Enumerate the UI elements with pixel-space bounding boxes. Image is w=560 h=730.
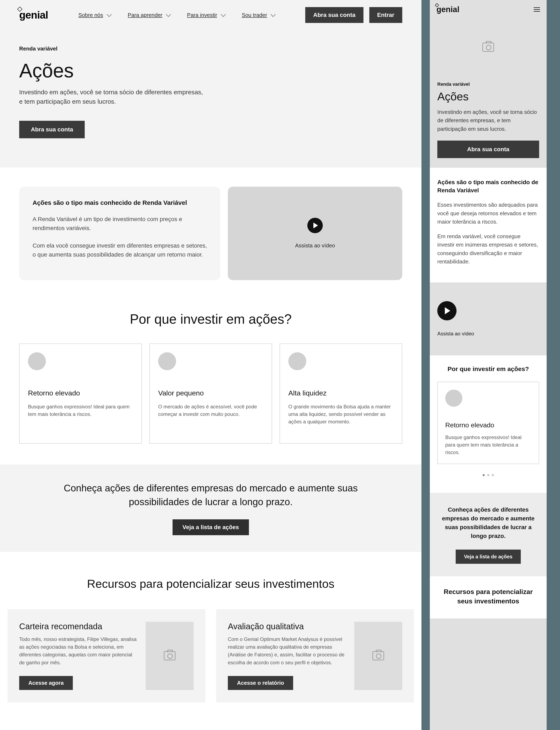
mobile-video-card[interactable]: Assista ao vídeo <box>430 283 547 356</box>
mobile-why: Por que investir em ações? Retorno eleva… <box>430 356 547 493</box>
chevron-down-icon <box>166 12 171 17</box>
mobile-resources: Recursos para potencializar seus investi… <box>430 576 547 618</box>
intro-p2: Em renda variável, você consegue investi… <box>437 232 539 266</box>
resource-image-placeholder <box>354 622 402 690</box>
chevron-down-icon <box>270 12 276 17</box>
hamburger-icon[interactable] <box>534 7 540 12</box>
open-account-button[interactable]: Abra sua conta <box>305 7 363 23</box>
resources-title: Recursos para potencializar seus investi… <box>437 587 539 606</box>
video-card[interactable]: Assista ao vídeo <box>228 187 402 280</box>
hero-cta-button[interactable]: Abra sua conta <box>437 141 539 158</box>
nav-label: Sobre nós <box>78 12 103 18</box>
intro-heading: Ações são o tipo mais conhecido de Renda… <box>33 199 207 206</box>
card-title: Retorno elevado <box>445 421 531 429</box>
mobile-cta-band: Conheça ações de diferentes empresas do … <box>430 493 547 576</box>
why-title: Por que investir em ações? <box>437 365 539 372</box>
why-card-liquidez: Alta liquidez O grande movimento da Bols… <box>280 344 402 444</box>
cta-band: Conheça ações de diferentes empresas do … <box>0 464 421 552</box>
login-button[interactable]: Entrar <box>369 7 402 23</box>
placeholder-icon <box>445 389 462 407</box>
camera-icon <box>372 651 384 660</box>
resource-title: Carteira recomendada <box>19 622 137 631</box>
nav-item-investir[interactable]: Para investir <box>187 12 225 18</box>
resource-cta-button[interactable]: Acesse agora <box>19 676 73 690</box>
resources-title: Recursos para potencializar seus investi… <box>19 577 402 590</box>
why-card-retorno: Retorno elevado Busque ganhos expressivo… <box>19 344 142 444</box>
nav-label: Sou trader <box>242 12 267 18</box>
mobile-topbar: genial <box>430 0 547 19</box>
desktop-viewport: genial Sobre nós Para aprender Para inve… <box>0 0 421 730</box>
band-heading: Conheça ações de diferentes empresas do … <box>48 481 373 509</box>
resource-image-placeholder <box>146 622 194 690</box>
nav-label: Para aprender <box>128 12 162 18</box>
intro-row: Ações são o tipo mais conhecido de Renda… <box>19 187 402 280</box>
hero-eyebrow: Renda variável <box>19 45 402 52</box>
intro-text-card: Ações são o tipo mais conhecido de Renda… <box>19 187 220 280</box>
resource-text: Todo mês, nosso estrategista, Filipe Vil… <box>19 635 137 666</box>
intro-p2: Com ela você consegue investir em difere… <box>33 241 207 259</box>
play-icon[interactable] <box>437 301 457 321</box>
why-card-retorno: Retorno elevado Busque ganhos expressivo… <box>437 382 539 464</box>
intro-p1: A Renda Variável é um tipo de investimen… <box>33 215 207 233</box>
hero-eyebrow: Renda variável <box>437 82 539 87</box>
resource-title: Avaliação qualitativa <box>228 622 346 631</box>
band-heading: Conheça ações de diferentes empresas do … <box>437 505 539 540</box>
list-stocks-button[interactable]: Veja a lista de ações <box>456 550 521 564</box>
play-icon[interactable] <box>307 218 323 233</box>
card-text: O mercado de ações é acessível, você pod… <box>158 403 263 418</box>
page-title: Ações <box>19 59 402 82</box>
nav-label: Para investir <box>187 12 217 18</box>
placeholder-icon <box>288 352 306 370</box>
intro-p1: Esses investimentos são adequados para v… <box>437 201 539 226</box>
page-title: Ações <box>437 90 539 103</box>
video-caption: Assista ao vídeo <box>437 331 539 337</box>
chevron-down-icon <box>221 12 226 17</box>
resource-text: Com o Genial Optimum Market Analysus é p… <box>228 635 346 666</box>
hero-image-placeholder <box>430 19 547 75</box>
resource-cta-button[interactable]: Acesse o relatório <box>228 676 293 690</box>
brand-logo[interactable]: genial <box>436 5 459 14</box>
card-title: Retorno elevado <box>28 389 133 397</box>
resource-card-avaliacao: Avaliação qualitativa Com o Genial Optim… <box>216 609 414 702</box>
intro-heading: Ações são o tipo mais conhecido de Renda… <box>437 178 539 194</box>
placeholder-icon <box>158 352 176 370</box>
brand-logo[interactable]: genial <box>19 9 48 21</box>
camera-icon <box>164 651 175 660</box>
camera-icon <box>482 43 494 52</box>
resources-cards: Carteira recomendada Todo mês, nosso est… <box>8 609 414 723</box>
card-text: Busque ganhos expressivos! Ideal para qu… <box>28 403 133 418</box>
hero-subtitle: Investindo em ações, você se torna sócio… <box>19 87 207 106</box>
main-nav: Sobre nós Para aprender Para investir So… <box>78 12 275 18</box>
hero-subtitle: Investindo em ações, você se torna sócio… <box>437 108 539 133</box>
dot[interactable] <box>487 474 489 476</box>
card-title: Alta liquidez <box>288 389 394 397</box>
card-text: Busque ganhos expressivos! Ideal para qu… <box>445 433 531 456</box>
why-cards: Retorno elevado Busque ganhos expressivo… <box>19 344 402 444</box>
mobile-intro: Ações são o tipo mais conhecido de Renda… <box>430 168 547 283</box>
chevron-down-icon <box>106 12 112 17</box>
placeholder-icon <box>28 352 46 370</box>
dot-active[interactable] <box>483 474 485 476</box>
card-title: Valor pequeno <box>158 389 263 397</box>
header-region: genial Sobre nós Para aprender Para inve… <box>0 0 421 168</box>
carousel-dots[interactable] <box>437 474 539 476</box>
video-caption: Assista ao vídeo <box>295 242 335 249</box>
nav-item-sobre[interactable]: Sobre nós <box>78 12 111 18</box>
why-card-valor: Valor pequeno O mercado de ações é acess… <box>149 344 272 444</box>
nav-item-aprender[interactable]: Para aprender <box>128 12 170 18</box>
hero-cta-button[interactable]: Abra sua conta <box>19 121 85 138</box>
resource-card-carteira: Carteira recomendada Todo mês, nosso est… <box>8 609 205 702</box>
dot[interactable] <box>492 474 494 476</box>
list-stocks-button[interactable]: Veja a lista de ações <box>173 519 249 535</box>
hero: Renda variável Ações Investindo em ações… <box>19 23 402 168</box>
card-text: O grande movimento da Bolsa ajuda a mant… <box>288 403 394 425</box>
why-title: Por que investir em ações? <box>19 312 402 327</box>
mobile-hero: Renda variável Ações Investindo em ações… <box>430 75 547 168</box>
mobile-viewport: genial Renda variável Ações Investindo e… <box>430 0 547 730</box>
nav-item-trader[interactable]: Sou trader <box>242 12 275 18</box>
